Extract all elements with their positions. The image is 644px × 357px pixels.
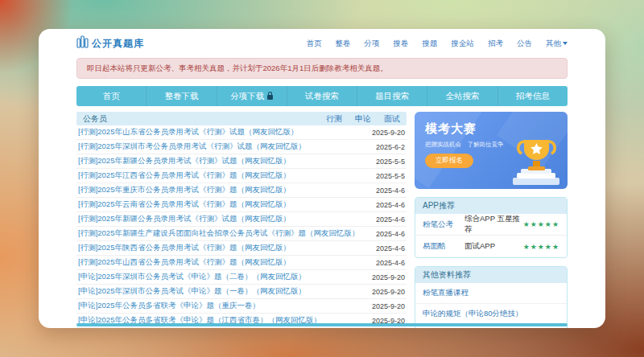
resource-link[interactable]: 粉笔直播课程 <box>415 283 567 303</box>
paper-date: 2025-5-5 <box>376 172 405 180</box>
top-nav-item-公告[interactable]: 公告 <box>517 39 532 49</box>
paper-date: 2025-4-6 <box>376 187 405 195</box>
chevron-down-icon <box>563 42 568 45</box>
paper-date: 2025-4-6 <box>376 244 405 252</box>
main-nav-label: 全站搜索 <box>446 91 480 102</box>
paper-date: 2025-9-20 <box>372 273 405 281</box>
paper-date: 2025-4-6 <box>376 259 405 267</box>
paper-title-link[interactable]: [行测]2025年江西省公务员录用考试《行测》题（网友回忆版） <box>78 170 369 181</box>
table-row: [行测]2025年新疆公务员录用考试《行测》试题（网友回忆版）2025-5-5 <box>76 154 407 169</box>
main-nav-item-题目搜索[interactable]: 题目搜索 <box>357 86 427 106</box>
top-nav-item-搜卷[interactable]: 搜卷 <box>394 39 409 49</box>
table-row: [行测]2025年深圳市考公务员录用考试《行测》试题（网友回忆版）2025-6-… <box>76 140 407 154</box>
top-nav-item-分项[interactable]: 分项 <box>365 39 380 49</box>
app-desc: 综合APP 五星推荐 <box>464 214 523 235</box>
top-nav-item-搜题[interactable]: 搜题 <box>423 39 438 49</box>
site-title: 公开真题库 <box>92 37 144 51</box>
main-nav: 首页整卷下载分项下载试卷搜索题目搜索全站搜索招考信息 <box>76 86 568 106</box>
app-list: 粉笔公考综合APP 五星推荐★★★★★易面酷面试APP★★★★★ <box>415 214 567 257</box>
paper-title-link[interactable]: [行测]2025年重庆市公务员录用考试《行测》题（网友回忆版） <box>78 185 369 195</box>
top-nav-item-其他[interactable]: 其他 <box>546 39 568 49</box>
table-row: [行测]2025年陕西省公务员录用考试《行测》题（网友回忆版）2025-4-6 <box>76 241 407 256</box>
paper-date: 2025-9-20 <box>372 302 405 310</box>
lock-icon <box>267 95 273 100</box>
main-nav-label: 题目搜索 <box>375 91 409 102</box>
rating-stars-icon: ★★★★★ <box>523 220 559 228</box>
app-recommend-panel: APP推荐 粉笔公考综合APP 五星推荐★★★★★易面酷面试APP★★★★★ <box>415 197 568 258</box>
paper-date: 2025-4-6 <box>376 230 405 238</box>
table-row: [申论]2025年深圳市公务员考试《申论》题（一卷）（网友回忆版）2025-9-… <box>76 285 407 299</box>
mock-exam-banner[interactable]: 模考大赛 把握实战机会 了解岗位竞争 立即报名 <box>415 112 568 189</box>
main-area: 公务员 行测申论面试 [行测]2025年山东省公务员录用考试《行测》试题（网友回… <box>76 112 568 328</box>
paper-title-link[interactable]: [申论]2025年深圳市公务员考试《申论》题（二卷）（网友回忆版） <box>78 272 365 282</box>
app-name-link[interactable]: 易面酷 <box>423 241 464 252</box>
resource-list: 粉笔直播课程申论的规矩（申论80分绝技）阿虚同学的储物间医考题库小程序 <box>415 283 567 328</box>
paper-list: [行测]2025年山东省公务员录用考试《行测》试题（网友回忆版）2025-9-2… <box>76 125 407 328</box>
table-row: [行测]2025年新疆公务员录用考试《行测》试题（网友回忆版）2025-4-6 <box>76 212 407 227</box>
app-panel-title: APP推荐 <box>415 198 567 214</box>
paper-date: 2025-9-20 <box>372 288 405 296</box>
top-nav-item-整卷[interactable]: 整卷 <box>336 39 351 49</box>
paper-date: 2025-4-6 <box>376 215 405 224</box>
paper-title-link[interactable]: [行测]2025年新疆公务员录用考试《行测》试题（网友回忆版） <box>78 214 369 224</box>
main-nav-item-试卷搜索[interactable]: 试卷搜索 <box>287 86 357 106</box>
main-nav-label: 分项下载 <box>230 91 264 102</box>
logo-books-icon <box>76 35 89 51</box>
paper-title-link[interactable]: [行测]2025年深圳市考公务员录用考试《行测》试题（网友回忆版） <box>78 142 369 152</box>
top-nav-item-招考[interactable]: 招考 <box>488 39 503 49</box>
paper-date: 2025-4-6 <box>376 201 405 209</box>
top-nav-item-首页[interactable]: 首页 <box>307 39 322 49</box>
main-nav-label: 首页 <box>103 91 120 102</box>
main-nav-label: 试卷搜索 <box>305 91 339 102</box>
main-nav-item-整卷下载[interactable]: 整卷下载 <box>147 86 217 106</box>
paper-title-link[interactable]: [行测]2025年云南省公务员录用考试《行测》题（网友回忆版） <box>78 199 369 210</box>
paper-title-link[interactable]: [行测]2025年新疆公务员录用考试《行测》试题（网友回忆版） <box>78 156 369 166</box>
filter-link-行测[interactable]: 行测 <box>326 113 342 125</box>
top-nav-item-搜全站[interactable]: 搜全站 <box>452 39 475 49</box>
table-row: [行测]2025年重庆市公务员录用考试《行测》题（网友回忆版）2025-4-6 <box>76 183 407 198</box>
app-desc: 面试APP <box>464 241 523 252</box>
list-item: 申论的规矩（申论80分绝技） <box>415 304 567 325</box>
paper-title-link[interactable]: [行测]2025年山东省公务员录用考试《行测》试题（网友回忆版） <box>78 127 365 137</box>
list-item: 粉笔直播课程 <box>415 283 567 304</box>
banner-signup-button[interactable]: 立即报名 <box>425 154 473 168</box>
resource-link[interactable]: 申论的规矩（申论80分绝技） <box>415 304 567 324</box>
resources-panel-title: 其他资料推荐 <box>415 267 567 283</box>
sidebar: 模考大赛 把握实战机会 了解岗位竞争 立即报名 <box>415 112 568 328</box>
paper-date: 2025-6-2 <box>376 143 405 151</box>
category-title: 公务员 <box>83 113 107 125</box>
footer-strip <box>76 323 568 326</box>
site-logo[interactable]: 公开真题库 <box>76 35 144 51</box>
table-row: [行测]2025年山西省公务员录用考试《行测》题（网友回忆版）2025-4-6 <box>76 256 407 270</box>
table-row: [申论]2025年公务员多省联考《申论》题（重庆一卷）2025-9-20 <box>76 299 407 314</box>
filter-link-面试[interactable]: 面试 <box>384 113 400 125</box>
main-nav-label: 整卷下载 <box>164 91 198 102</box>
main-nav-label: 招考信息 <box>516 91 550 102</box>
paper-title-link[interactable]: [申论]2025年公务员多省联考《申论》题（重庆一卷） <box>78 301 365 311</box>
filter-link-申论[interactable]: 申论 <box>355 113 371 125</box>
header: 公开真题库 首页整卷分项搜卷搜题搜全站招考公告其他 <box>76 34 568 53</box>
app-row: 易面酷面试APP★★★★★ <box>415 236 567 257</box>
paper-title-link[interactable]: [行测]2025年陕西省公务员录用考试《行测》题（网友回忆版） <box>78 243 369 253</box>
app-name-link[interactable]: 粉笔公考 <box>423 220 464 230</box>
paper-title-link[interactable]: [申论]2025年深圳市公务员考试《申论》题（一卷）（网友回忆版） <box>78 286 365 297</box>
site-notice: 即日起本站将只更新公考、事考相关真题，并计划于2026年1月1日后删除教考相关真… <box>76 58 568 79</box>
paper-title-link[interactable]: [行测]2025年新疆生产建设兵团面向社会招录公务员考试《行测》题（网友回忆版） <box>78 228 369 239</box>
paper-date: 2025-9-20 <box>372 129 405 137</box>
banner-subtitle: 把握实战机会 了解岗位竞争 <box>425 141 504 149</box>
app-row: 粉笔公考综合APP 五星推荐★★★★★ <box>415 214 567 236</box>
table-row: [申论]2025年深圳市公务员考试《申论》题（二卷）（网友回忆版）2025-9-… <box>76 270 407 285</box>
main-nav-item-首页[interactable]: 首页 <box>76 86 147 106</box>
main-nav-item-招考信息[interactable]: 招考信息 <box>498 86 568 106</box>
banner-title: 模考大赛 <box>425 121 477 137</box>
main-nav-item-分项下载[interactable]: 分项下载 <box>217 86 287 106</box>
table-row: [行测]2025年江西省公务员录用考试《行测》题（网友回忆版）2025-5-5 <box>76 169 407 183</box>
paper-list-column: 公务员 行测申论面试 [行测]2025年山东省公务员录用考试《行测》试题（网友回… <box>76 112 407 328</box>
resources-panel: 其他资料推荐 粉笔直播课程申论的规矩（申论80分绝技）阿虚同学的储物间医考题库小… <box>415 266 568 328</box>
category-header: 公务员 行测申论面试 <box>76 112 407 125</box>
category-filters: 行测申论面试 <box>326 113 400 125</box>
table-row: [行测]2025年新疆生产建设兵团面向社会招录公务员考试《行测》题（网友回忆版）… <box>76 227 407 241</box>
main-nav-item-全站搜索[interactable]: 全站搜索 <box>427 86 497 106</box>
rating-stars-icon: ★★★★★ <box>523 243 559 251</box>
paper-title-link[interactable]: [行测]2025年山西省公务员录用考试《行测》题（网友回忆版） <box>78 257 369 268</box>
